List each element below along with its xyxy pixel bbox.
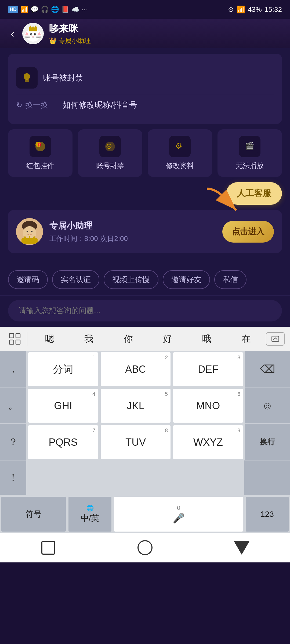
refresh-icon: ↻ [16, 101, 22, 109]
action-label-2: 修改资料 [166, 161, 194, 170]
issue-item-1[interactable]: 账号被封禁 [16, 62, 274, 94]
kb-9[interactable]: 9 WXYZ [173, 425, 244, 460]
kb-label-abc: ABC [125, 364, 146, 375]
action-btn-3[interactable]: 🎬 无法播放 [218, 129, 282, 177]
action-btn-2[interactable]: ⚙ 修改资料 [148, 129, 212, 177]
action-btn-1[interactable]: ⊛ 账号封禁 [78, 129, 142, 177]
svg-rect-43 [9, 334, 14, 338]
kb-right-col-3: 换行 [244, 424, 290, 460]
kb-num-2: 2 [165, 354, 168, 361]
kb-lang[interactable]: 🌐 中/英 [68, 496, 112, 532]
action-icon-1: ⊛ [99, 136, 121, 157]
tag-0[interactable]: 邀请码 [8, 270, 48, 289]
kb-space[interactable]: 0 🎤 [114, 496, 244, 532]
suggest-3[interactable]: 好 [148, 330, 187, 348]
kb-row-1: ， 1 分词 2 ABC 3 DEF ⌫ [0, 351, 290, 387]
signal-bars: 📶 [237, 5, 245, 14]
signal-icon: 📶 [20, 6, 28, 13]
suggest-2[interactable]: 你 [109, 330, 148, 348]
nav-square-button[interactable] [35, 540, 62, 556]
kb-8[interactable]: 8 TUV [100, 425, 171, 460]
svg-rect-21 [25, 79, 29, 82]
kb-label-mno: MNO [196, 400, 220, 412]
suggest-0[interactable]: 嗯 [30, 330, 69, 348]
kb-main-row-2: 4 GHI 5 JKL 6 MNO [27, 387, 244, 424]
bot-avatar [22, 23, 44, 44]
action-btn-0[interactable]: 🎁 红包挂件 [8, 129, 73, 177]
kb-7[interactable]: 7 PQRS [28, 425, 99, 460]
tag-2[interactable]: 视频上传慢 [104, 270, 158, 289]
collapse-keyboard-button[interactable] [266, 332, 285, 346]
quick-actions: 🎁 红包挂件 ⊛ 账号封禁 ⚙ 修改资料 [8, 129, 282, 177]
kb-bottom-row: 符号 🌐 中/英 0 🎤 123 [0, 495, 290, 533]
svg-text:⊛: ⊛ [106, 142, 112, 150]
back-button[interactable]: ‹ [8, 25, 17, 42]
hd-badge: HD [8, 6, 18, 13]
nav-square-icon [41, 541, 55, 555]
nav-home-button[interactable] [132, 540, 158, 556]
kb-comma[interactable]: ， [0, 351, 27, 387]
kb-num-7: 7 [92, 427, 95, 434]
refresh-row[interactable]: ↻ 换一换 如何修改昵称/抖音号 [16, 94, 274, 116]
nav-back-button[interactable] [228, 540, 255, 556]
kb-emoji[interactable]: ☺ [244, 387, 290, 424]
agent-info: 专属小助理 工作时间：8:00-次日2:00 [49, 220, 216, 243]
more-icon: ··· [82, 6, 87, 13]
nav-triangle-icon [234, 541, 250, 555]
agent-name: 专属小助理 [49, 220, 216, 232]
kb-backspace[interactable]: ⌫ [244, 351, 290, 387]
kb-spacer [27, 460, 244, 495]
kb-symbol[interactable]: 符号 [1, 496, 66, 532]
agent-avatar [16, 218, 43, 245]
kb-main-3: 7 PQRS 8 TUV 9 WXYZ [27, 424, 244, 460]
kb-main: 1 分词 2 ABC 3 DEF [27, 351, 244, 387]
svg-point-20 [24, 73, 30, 80]
tag-3[interactable]: 邀请好友 [163, 270, 210, 289]
kb-num-1: 1 [92, 354, 95, 361]
kb-period[interactable]: 。 [0, 387, 27, 424]
agent-section: 专属小助理 工作时间：8:00-次日2:00 点击进入 [8, 210, 282, 253]
kb-question[interactable]: ？ [0, 424, 27, 460]
kb-left-col-4: ！ [0, 460, 27, 495]
action-icon-0: 🎁 [30, 136, 51, 157]
nav-circle-icon [137, 540, 153, 555]
kb-left-col: ， [0, 351, 27, 387]
suggest-1[interactable]: 我 [69, 330, 108, 348]
status-right: ⊛ 📶 43% 15:32 [228, 5, 282, 14]
issue-text-2: 如何修改昵称/抖音号 [63, 100, 137, 111]
kb-4[interactable]: 4 GHI [28, 388, 99, 423]
suggest-5[interactable]: 在 [227, 330, 266, 348]
keyboard: ， 1 分词 2 ABC 3 DEF ⌫ [0, 351, 290, 533]
svg-point-38 [31, 231, 32, 232]
battery-level: 43% [248, 5, 262, 14]
kb-label-tuv: TUV [125, 437, 146, 448]
kb-enter[interactable]: 换行 [244, 424, 290, 460]
tags-row: 邀请码 实名认证 视频上传慢 邀请好友 私信 [0, 264, 290, 295]
issue-avatar-1 [16, 67, 38, 89]
kb-2[interactable]: 2 ABC [100, 352, 171, 387]
tag-1[interactable]: 实名认证 [52, 270, 99, 289]
kb-3[interactable]: 3 DEF [173, 352, 244, 387]
kb-1[interactable]: 1 分词 [28, 352, 99, 387]
kb-mic-icon: 🎤 [173, 513, 185, 524]
globe-icon: 🌐 [86, 505, 94, 512]
kb-num-8: 8 [165, 427, 168, 434]
chat-input[interactable] [8, 300, 282, 321]
tag-4[interactable]: 私信 [214, 270, 247, 289]
svg-text:🎁: 🎁 [37, 142, 42, 147]
kb-main-4 [27, 460, 244, 495]
kb-num-5: 5 [165, 391, 168, 397]
kb-left-col-2: 。 [0, 387, 27, 424]
svg-point-8 [31, 34, 32, 35]
kb-exclaim[interactable]: ！ [0, 460, 27, 495]
bot-role: 专属小助理 [59, 36, 91, 45]
kb-num-switch[interactable]: 123 [245, 496, 289, 532]
kb-num-6: 6 [237, 391, 240, 397]
action-icon-3: 🎬 [239, 136, 260, 157]
enter-button[interactable]: 点击进入 [222, 221, 274, 243]
suggest-4[interactable]: 哦 [187, 330, 226, 348]
kb-5[interactable]: 5 JKL [100, 388, 171, 423]
grid-icon[interactable] [5, 333, 24, 345]
kb-6[interactable]: 6 MNO [173, 388, 244, 423]
keyboard-suggest-bar: 嗯 我 你 好 哦 在 [0, 327, 290, 351]
